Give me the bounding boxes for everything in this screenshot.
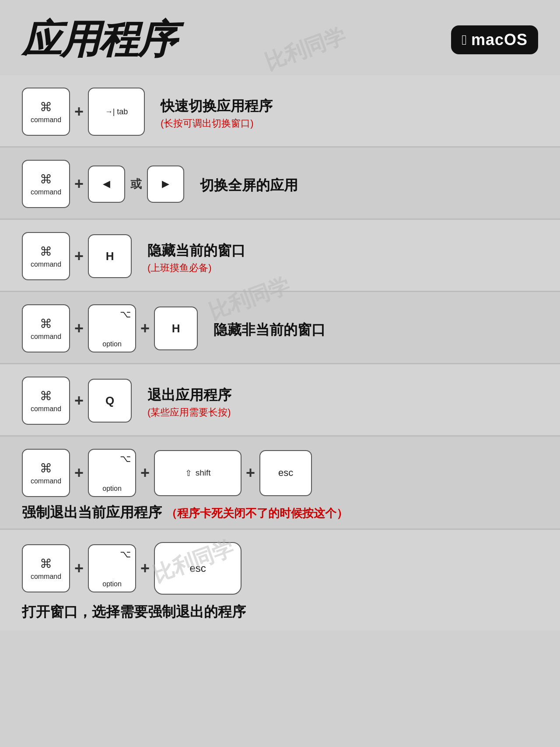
or-text: 或 bbox=[129, 176, 144, 192]
key-arrow-right: ▶ bbox=[147, 166, 184, 203]
desc-main-2: 切换全屏的应用 bbox=[200, 176, 298, 195]
plus-7b: + bbox=[140, 559, 150, 578]
desc-main-4: 隐藏非当前的窗口 bbox=[214, 321, 326, 340]
desc-hide-other: 隐藏非当前的窗口 bbox=[214, 321, 326, 340]
desc-switch-fullscreen: 切换全屏的应用 bbox=[200, 176, 298, 195]
shortcut-switch-app: ⌘ command + →| tab 快速切换应用程序 (长按可调出切换窗口) bbox=[0, 75, 560, 146]
apple-icon:  bbox=[462, 32, 467, 48]
key-command-4: ⌘ command bbox=[22, 304, 70, 352]
label-force-quit-dialog: 打开窗口，选择需要强制退出的程序 bbox=[22, 603, 538, 622]
key-H-2: H bbox=[154, 307, 198, 350]
label-force-quit: 强制退出当前应用程序 （程序卡死关闭不了的时候按这个） bbox=[22, 503, 538, 522]
key-Q: Q bbox=[88, 379, 132, 423]
desc-main-3: 隐藏当前的窗口 bbox=[147, 241, 245, 261]
key-command-5: ⌘ command bbox=[22, 377, 70, 425]
shortcut-force-quit-dialog: ⌘ command + ⌥ option + esc 打开窗口，选择需要强制退出… bbox=[0, 530, 560, 631]
key-option-7: ⌥ option bbox=[88, 544, 136, 592]
page-title: 应用程序 bbox=[22, 13, 176, 67]
plus-6a: + bbox=[74, 464, 84, 482]
key-H-1: H bbox=[88, 234, 132, 278]
macos-text: macOS bbox=[471, 31, 528, 49]
key-arrow-left: ◀ bbox=[88, 166, 125, 203]
desc-sub-5: (某些应用需要长按) bbox=[147, 406, 231, 419]
key-esc-6: esc bbox=[259, 450, 312, 496]
desc-main-5: 退出应用程序 bbox=[147, 386, 231, 405]
key-command-1: ⌘ command bbox=[22, 88, 70, 136]
plus-1: + bbox=[74, 102, 84, 121]
desc-sub-1: (长按可调出切换窗口) bbox=[161, 117, 273, 130]
key-option-6: ⌥ option bbox=[88, 449, 136, 497]
desc-switch-app: 快速切换应用程序 (长按可调出切换窗口) bbox=[161, 97, 273, 130]
plus-7a: + bbox=[74, 559, 84, 578]
key-esc-7: esc bbox=[154, 542, 242, 595]
key-command-6: ⌘ command bbox=[22, 449, 70, 497]
shortcut-force-quit-current: ⌘ command + ⌥ option + ⇧ shift + esc 强制退… bbox=[0, 437, 560, 529]
page-header: 应用程序  macOS bbox=[0, 0, 560, 75]
macos-badge:  macOS bbox=[451, 25, 538, 54]
desc-main-1: 快速切换应用程序 bbox=[161, 97, 273, 116]
key-option-4: ⌥ option bbox=[88, 304, 136, 352]
key-command-3: ⌘ command bbox=[22, 232, 70, 280]
shortcut-hide-current: ⌘ command + H 隐藏当前的窗口 (上班摸鱼必备) bbox=[0, 220, 560, 291]
plus-6c: + bbox=[245, 464, 256, 482]
desc-quit: 退出应用程序 (某些应用需要长按) bbox=[147, 386, 231, 419]
desc-hide-current: 隐藏当前的窗口 (上班摸鱼必备) bbox=[147, 241, 245, 275]
key-command-7: ⌘ command bbox=[22, 544, 70, 592]
shortcut-quit: ⌘ command + Q 退出应用程序 (某些应用需要长按) bbox=[0, 364, 560, 435]
key-shift: ⇧ shift bbox=[154, 450, 242, 496]
plus-4b: + bbox=[140, 319, 150, 338]
desc-sub-3: (上班摸鱼必备) bbox=[147, 261, 245, 275]
plus-3: + bbox=[74, 247, 84, 265]
shortcut-switch-fullscreen: ⌘ command + ◀ 或 ▶ 切换全屏的应用 bbox=[0, 148, 560, 218]
shortcut-hide-other: ⌘ command + ⌥ option + H 隐藏非当前的窗口 bbox=[0, 292, 560, 363]
plus-2: + bbox=[74, 175, 84, 193]
key-command-2: ⌘ command bbox=[22, 160, 70, 208]
key-tab: →| tab bbox=[88, 88, 145, 136]
plus-4a: + bbox=[74, 319, 84, 338]
cmd-symbol: ⌘ bbox=[40, 100, 52, 114]
plus-6b: + bbox=[140, 464, 150, 482]
plus-5: + bbox=[74, 391, 84, 410]
